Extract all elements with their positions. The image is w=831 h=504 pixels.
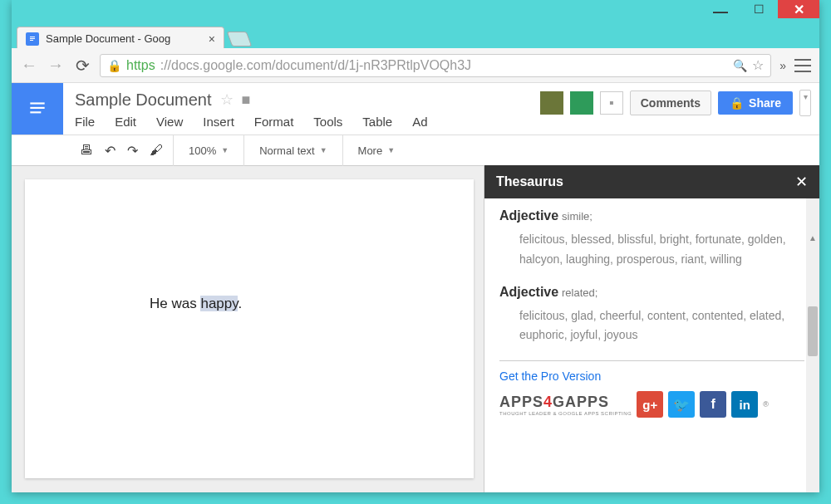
share-button[interactable]: 🔒 Share bbox=[718, 91, 793, 115]
entry-subtype: related; bbox=[562, 286, 597, 299]
browser-window: — ☐ ✕ Sample Document - Goog × ← → ⟳ 🔒 h… bbox=[12, 0, 819, 492]
thesaurus-entry: Adjective related; felicitous, glad, che… bbox=[499, 285, 804, 346]
document-text-highlighted: happy bbox=[200, 296, 238, 311]
synonym-list[interactable]: felicitous, glad, cheerful, content, con… bbox=[499, 300, 804, 346]
window-titlebar: — ☐ ✕ bbox=[12, 0, 819, 25]
trademark-symbol: ® bbox=[763, 400, 769, 409]
svg-rect-7 bbox=[30, 111, 41, 113]
docs-toolbar: 🖶 ↶ ↷ 🖌 100%▼ Normal text▼ More▼ bbox=[12, 135, 819, 166]
zoom-value: 100% bbox=[189, 144, 216, 157]
menu-tools[interactable]: Tools bbox=[313, 115, 342, 129]
svg-rect-3 bbox=[30, 40, 33, 41]
share-label: Share bbox=[749, 96, 781, 110]
scroll-up-arrow-icon[interactable]: ▲ bbox=[809, 233, 817, 242]
chrome-menu-button[interactable] bbox=[794, 59, 811, 72]
menu-file[interactable]: File bbox=[75, 115, 95, 129]
star-document-icon[interactable]: ☆ bbox=[220, 91, 234, 109]
comments-button[interactable]: Comments bbox=[630, 91, 711, 115]
window-minimize-button[interactable]: — bbox=[701, 0, 740, 18]
thesaurus-entry: Adjective simile; felicitous, blessed, b… bbox=[499, 208, 804, 270]
google-plus-icon[interactable]: g+ bbox=[637, 391, 663, 418]
browser-tab[interactable]: Sample Document - Goog × bbox=[17, 27, 224, 50]
share-dropdown[interactable]: ▾ bbox=[799, 90, 811, 116]
overflow-chevron-icon[interactable]: » bbox=[779, 59, 786, 72]
svg-rect-2 bbox=[30, 38, 35, 39]
docs-favicon bbox=[26, 32, 39, 46]
collaborator-avatar-2[interactable] bbox=[570, 91, 593, 115]
apps4gapps-logo[interactable]: APPS4GAPPS THOUGHT LEADER & GOOGLE APPS … bbox=[499, 394, 632, 416]
collaborator-avatar-1[interactable] bbox=[540, 91, 563, 115]
entry-subtype: simile; bbox=[562, 210, 593, 223]
tab-close-icon[interactable]: × bbox=[209, 32, 215, 46]
svg-rect-1 bbox=[30, 37, 35, 37]
sidebar-header: Thesaurus ✕ bbox=[484, 165, 819, 198]
window-close-button[interactable]: ✕ bbox=[778, 0, 819, 18]
back-button[interactable]: ← bbox=[20, 56, 38, 75]
document-text-before: He was bbox=[150, 296, 200, 311]
divider bbox=[499, 360, 804, 361]
move-folder-icon[interactable]: ■ bbox=[242, 91, 251, 109]
tab-strip: Sample Document - Goog × bbox=[12, 25, 819, 50]
reload-button[interactable]: ⟳ bbox=[73, 56, 91, 76]
svg-rect-6 bbox=[30, 107, 44, 109]
lock-share-icon: 🔒 bbox=[730, 96, 744, 110]
lock-icon: 🔒 bbox=[107, 59, 121, 72]
menu-view[interactable]: View bbox=[156, 115, 183, 129]
more-toolbar-button[interactable]: More▼ bbox=[353, 144, 401, 157]
scrollbar-thumb[interactable] bbox=[808, 306, 818, 356]
docs-header: Sample Document ☆ ■ File Edit View Inser… bbox=[12, 83, 819, 135]
document-title[interactable]: Sample Document bbox=[75, 91, 212, 110]
address-bar: ← → ⟳ 🔒 https://docs.google.com/document… bbox=[12, 48, 819, 83]
menu-table[interactable]: Table bbox=[362, 115, 392, 129]
url-protocol: https bbox=[126, 58, 155, 73]
part-of-speech: Adjective bbox=[499, 285, 558, 299]
document-text-after: . bbox=[238, 296, 242, 311]
search-icon[interactable]: 🔍 bbox=[733, 59, 747, 72]
synonym-list[interactable]: felicitous, blessed, blissful, bright, f… bbox=[499, 223, 804, 270]
twitter-icon[interactable]: 🐦 bbox=[668, 391, 695, 418]
comment-bubble-icon[interactable]: ▪ bbox=[600, 91, 623, 115]
thesaurus-sidebar: Thesaurus ✕ Adjective simile; felicitous… bbox=[484, 165, 819, 492]
new-tab-button[interactable] bbox=[227, 32, 253, 46]
window-maximize-button[interactable]: ☐ bbox=[740, 0, 778, 18]
menu-insert[interactable]: Insert bbox=[203, 115, 234, 129]
menu-addons[interactable]: Ad bbox=[412, 115, 427, 129]
document-page[interactable]: He was happy. bbox=[25, 179, 474, 478]
pro-version-link[interactable]: Get the Pro Version bbox=[499, 369, 804, 383]
forward-button[interactable]: → bbox=[47, 56, 65, 75]
bookmark-star-icon[interactable]: ☆ bbox=[752, 57, 764, 73]
paragraph-style-selector[interactable]: Normal text▼ bbox=[254, 144, 332, 157]
redo-icon[interactable]: ↷ bbox=[127, 143, 138, 159]
linkedin-icon[interactable]: in bbox=[731, 391, 758, 418]
docs-app: Sample Document ☆ ■ File Edit View Inser… bbox=[12, 83, 819, 492]
zoom-selector[interactable]: 100%▼ bbox=[184, 144, 234, 157]
url-input[interactable]: 🔒 https://docs.google.com/document/d/1j-… bbox=[100, 54, 771, 77]
sidebar-close-icon[interactable]: ✕ bbox=[795, 173, 808, 191]
part-of-speech: Adjective bbox=[499, 208, 558, 223]
menu-edit[interactable]: Edit bbox=[115, 115, 136, 129]
more-label: More bbox=[358, 144, 383, 157]
print-icon[interactable]: 🖶 bbox=[80, 143, 93, 158]
menu-format[interactable]: Format bbox=[254, 115, 294, 129]
sidebar-body: Adjective simile; felicitous, blessed, b… bbox=[484, 198, 819, 492]
svg-rect-5 bbox=[30, 102, 44, 104]
facebook-icon[interactable]: f bbox=[700, 391, 726, 418]
style-value: Normal text bbox=[259, 144, 314, 157]
tab-title: Sample Document - Goog bbox=[46, 32, 202, 45]
undo-icon[interactable]: ↶ bbox=[105, 143, 116, 159]
url-path: ://docs.google.com/document/d/1j-nR3PRtl… bbox=[160, 58, 471, 73]
docs-logo[interactable] bbox=[12, 83, 63, 135]
sidebar-title: Thesaurus bbox=[496, 174, 563, 189]
paint-format-icon[interactable]: 🖌 bbox=[150, 143, 163, 158]
